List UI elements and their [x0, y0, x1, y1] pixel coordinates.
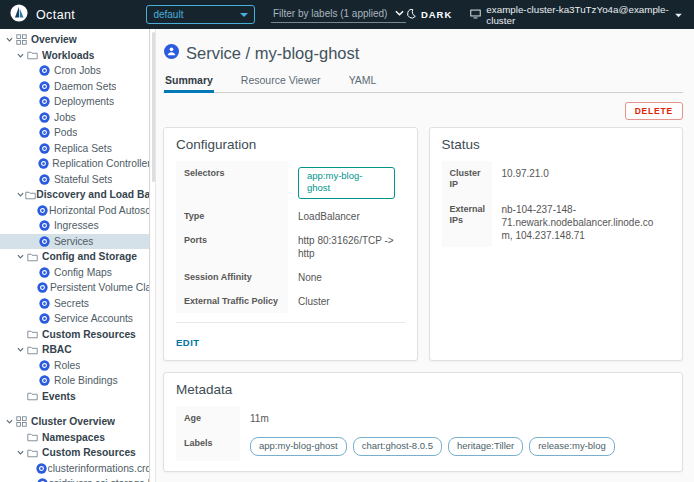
sidebar-item-deployments[interactable]: Deployments: [0, 94, 149, 110]
sidebar-item-role-bindings[interactable]: Role Bindings: [0, 373, 149, 389]
sidebar-item-config-and-storage[interactable]: Config and Storage: [0, 249, 149, 265]
scrollbar-thumb[interactable]: [152, 32, 155, 182]
sidebar-item-discovery-and-load-balancing[interactable]: Discovery and Load Balancing: [0, 187, 149, 203]
chevron-down-icon[interactable]: [16, 190, 25, 199]
chevron-down-icon[interactable]: [16, 252, 27, 261]
metadata-label-badge[interactable]: heritage:Tiller: [448, 437, 523, 456]
sidebar-item-secrets[interactable]: Secrets: [0, 296, 149, 312]
sidebar-item-config-maps[interactable]: Config Maps: [0, 265, 149, 281]
sidebar-item-label: Service Accounts: [54, 313, 133, 324]
metadata-label-badge[interactable]: release:my-blog: [529, 437, 615, 456]
tab-yaml[interactable]: YAML: [348, 72, 378, 92]
sidebar-item-events[interactable]: Events: [0, 389, 149, 405]
sidebar-item-rbac[interactable]: RBAC: [0, 342, 149, 358]
selector-label-badge[interactable]: app:my-blog-ghost: [298, 167, 395, 199]
sidebar-item-pods[interactable]: Pods: [0, 125, 149, 141]
sidebar-item-roles[interactable]: Roles: [0, 358, 149, 374]
external-traffic-policy-label: External Traffic Policy: [176, 289, 288, 313]
sidebar-item-replication-controllers[interactable]: Replication Controllers: [0, 156, 149, 172]
sidebar-item-workloads[interactable]: Workloads: [0, 48, 149, 64]
dark-mode-toggle[interactable]: DARK: [406, 8, 452, 21]
chevron-down-icon[interactable]: [16, 51, 27, 60]
sidebar-item-persistent-volume-claims[interactable]: Persistent Volume Claims: [0, 280, 149, 296]
chevron-down-icon[interactable]: [5, 35, 16, 44]
resource-icon: [39, 96, 54, 107]
chevron-down-icon[interactable]: [16, 345, 27, 354]
app-header: Octant default Filter by labels (1 appli…: [0, 0, 694, 29]
resource-icon: [39, 236, 54, 247]
sidebar-item-label: Pods: [54, 127, 77, 138]
cluster-ip-value: 10.97.21.0: [492, 161, 671, 197]
age-value: 11m: [240, 406, 670, 430]
sidebar-item-daemon-sets[interactable]: Daemon Sets: [0, 79, 149, 95]
sidebar-item-label: Replica Sets: [54, 143, 112, 154]
ports-value: http 80:31626/TCP -> http: [288, 228, 405, 265]
sidebar-item-custom-resources[interactable]: Custom Resources: [0, 327, 149, 343]
caret-down-icon: [675, 9, 682, 20]
sidebar-item-label: clusterinformations.crd.projec: [48, 463, 149, 474]
sidebar-item-overview[interactable]: Overview: [0, 32, 149, 48]
sidebar-item-label: Cron Jobs: [54, 65, 101, 76]
sidebar-item-stateful-sets[interactable]: Stateful Sets: [0, 172, 149, 188]
folder-icon: [27, 345, 42, 355]
sidebar-scrollbar[interactable]: [151, 29, 156, 482]
namespace-select[interactable]: default: [146, 5, 255, 24]
app-icon: [16, 416, 31, 427]
sidebar-item-label: Roles: [54, 360, 80, 371]
tab-summary[interactable]: Summary: [164, 72, 214, 92]
chevron-down-icon[interactable]: [5, 417, 16, 426]
sidebar-item-service-accounts[interactable]: Service Accounts: [0, 311, 149, 327]
tab-bar: SummaryResource ViewerYAML: [163, 72, 683, 93]
chevron-down-icon[interactable]: [395, 8, 404, 19]
selectors-value: app:my-blog-ghost: [288, 161, 405, 204]
sidebar-item-custom-resources[interactable]: Custom Resources: [0, 445, 149, 461]
sidebar-item-cron-jobs[interactable]: Cron Jobs: [0, 63, 149, 79]
resource-icon: [39, 127, 54, 138]
sidebar-item-label: Custom Resources: [42, 329, 136, 340]
status-card: Status Cluster IP10.97.21.0External IPsn…: [429, 127, 684, 361]
namespace-value: default: [153, 9, 183, 20]
sidebar-item-label: Custom Resources: [42, 447, 136, 458]
session-affinity-label: Session Affinity: [176, 265, 288, 289]
delete-button[interactable]: DELETE: [625, 102, 683, 120]
folder-icon: [27, 448, 42, 458]
metadata-label-badge[interactable]: app:my-blog-ghost: [250, 437, 347, 456]
folder-icon: [27, 50, 42, 60]
app-title: Octant: [36, 8, 75, 22]
dark-label: DARK: [421, 9, 452, 20]
resource-icon: [37, 478, 49, 482]
edit-link[interactable]: EDIT: [176, 337, 200, 348]
resource-icon: [39, 375, 54, 386]
age-label: Age: [176, 406, 240, 430]
cluster-context-selector[interactable]: example-cluster-ka3TuTzYo4a@example-clus…: [470, 4, 682, 26]
sidebar-item-cluster-overview[interactable]: Cluster Overview: [0, 414, 149, 430]
sidebar-item-label: Config and Storage: [42, 251, 137, 262]
sidebar-item-label: Daemon Sets: [54, 81, 116, 92]
ports-label: Ports: [176, 228, 288, 265]
sidebar-item-label: Namespaces: [42, 432, 105, 443]
selectors-label: Selectors: [176, 161, 288, 204]
resource-icon: [39, 298, 54, 309]
service-icon: [164, 44, 179, 63]
sidebar-item-jobs[interactable]: Jobs: [0, 110, 149, 126]
sidebar-item-clusterinformations-crd-projec[interactable]: clusterinformations.crd.projec: [0, 461, 149, 477]
sidebar-item-replica-sets[interactable]: Replica Sets: [0, 141, 149, 157]
cluster-icon: [470, 9, 481, 21]
metadata-label-badge[interactable]: chart:ghost-8.0.5: [353, 437, 442, 456]
sidebar-item-csidrivers-csi-storage-k8s-io[interactable]: csidrivers.csi.storage.k8s.io: [0, 476, 149, 482]
configuration-rows: Selectorsapp:my-blog-ghostTypeLoadBalanc…: [176, 161, 405, 313]
sidebar-item-services[interactable]: Services: [0, 234, 149, 250]
folder-icon: [25, 190, 36, 200]
sidebar-item-label: Stateful Sets: [54, 174, 112, 185]
chevron-down-icon[interactable]: [16, 448, 27, 457]
label-filter-input[interactable]: Filter by labels (1 applied): [271, 6, 406, 23]
label-filter-text: Filter by labels (1 applied): [273, 8, 388, 19]
metadata-card: Metadata Age 11m Labels app:my-blog-ghos…: [163, 372, 683, 472]
sidebar-item-ingresses[interactable]: Ingresses: [0, 218, 149, 234]
tab-resource-viewer[interactable]: Resource Viewer: [240, 72, 322, 92]
sidebar-item-namespaces[interactable]: Namespaces: [0, 430, 149, 446]
resource-icon: [39, 143, 54, 154]
sidebar-item-label: Role Bindings: [54, 375, 118, 386]
configuration-title: Configuration: [176, 137, 405, 152]
sidebar-item-horizontal-pod-autoscalers[interactable]: Horizontal Pod Autoscalers: [0, 203, 149, 219]
